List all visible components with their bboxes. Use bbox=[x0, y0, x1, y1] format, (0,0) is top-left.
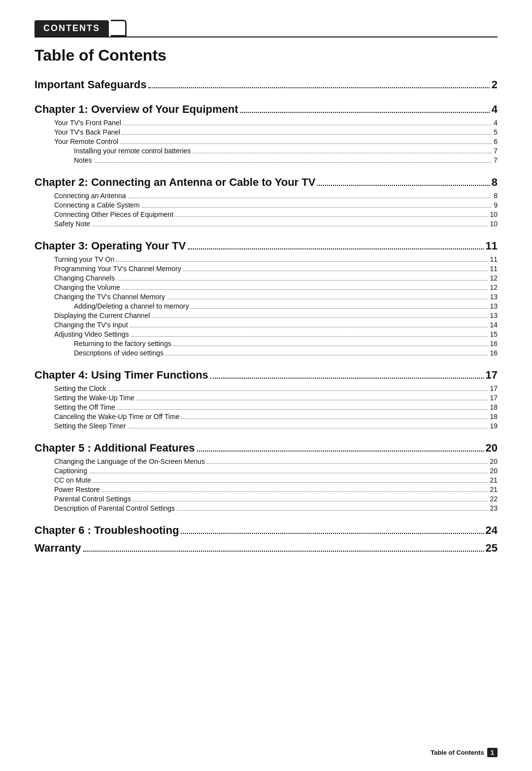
dot-leader bbox=[117, 280, 488, 280]
page-number: 17 bbox=[490, 394, 498, 402]
dot-leader bbox=[131, 336, 488, 337]
toc-container: Important Safeguards2Chapter 1: Overview… bbox=[34, 78, 498, 555]
toc-top-entry: Warranty25 bbox=[34, 542, 498, 555]
toc-top-entry: Important Safeguards2 bbox=[34, 78, 498, 91]
toc-sub-entry: Description of Parental Control Settings… bbox=[54, 504, 498, 512]
toc-subsub-entry: Installing your remote control batteries… bbox=[74, 147, 498, 155]
toc-sub-entry: Setting the Sleep Timer19 bbox=[54, 422, 498, 430]
entry-label: Descriptions of video settings bbox=[74, 349, 164, 357]
toc-chapter-heading: Chapter 1: Overview of Your Equipment4 bbox=[34, 103, 498, 116]
dot-leader bbox=[210, 378, 484, 379]
contents-tab-shape bbox=[111, 20, 127, 36]
toc-sub-entry: Canceling the Wake-Up Time or Off Time18 bbox=[54, 413, 498, 421]
page-number: 20 bbox=[486, 442, 498, 455]
toc-sub-entry: Turning your TV On11 bbox=[54, 255, 498, 263]
entry-label: Changing the TV's Input bbox=[54, 321, 128, 329]
page-number: 21 bbox=[490, 486, 498, 493]
page-number: 10 bbox=[490, 210, 498, 218]
page-number: 18 bbox=[490, 413, 498, 421]
toc-sub-entry: Changing the Volume12 bbox=[54, 283, 498, 291]
page-number: 16 bbox=[490, 349, 498, 357]
page-number: 11 bbox=[486, 240, 498, 252]
page-number: 20 bbox=[490, 467, 498, 475]
toc-chapter-heading: Chapter 6 : Troubleshooting24 bbox=[34, 524, 498, 537]
dot-leader bbox=[191, 308, 488, 309]
entry-label: Parental Control Settings bbox=[54, 495, 131, 503]
page-number: 2 bbox=[492, 78, 498, 91]
dot-leader bbox=[167, 299, 488, 299]
dot-leader bbox=[108, 390, 488, 391]
toc-chapter-heading: Chapter 5 : Additional Features20 bbox=[34, 442, 498, 455]
toc-sub-entry: Captioning20 bbox=[54, 467, 498, 475]
entry-label: Connecting a Cable System bbox=[54, 201, 140, 209]
dot-leader bbox=[122, 134, 492, 135]
toc-chapter-heading: Chapter 4: Using Timer Functions17 bbox=[34, 369, 498, 382]
page-number: 13 bbox=[490, 312, 498, 319]
dot-leader bbox=[183, 271, 488, 271]
chapter-label: Chapter 2: Connecting an Antenna or Cabl… bbox=[34, 176, 315, 189]
entry-label: Displaying the Current Channel bbox=[54, 312, 150, 319]
toc-chapter-heading: Chapter 2: Connecting an Antenna or Cabl… bbox=[34, 176, 498, 189]
page-number: 25 bbox=[486, 542, 498, 555]
page-number: 21 bbox=[490, 476, 498, 484]
footer-label: Table of Contents bbox=[431, 749, 484, 756]
page-number: 17 bbox=[486, 369, 498, 382]
entry-label: Adding/Deleting a channel to memory bbox=[74, 302, 189, 310]
entry-label: Your TV's Back Panel bbox=[54, 128, 120, 136]
toc-chapter-heading: Chapter 3: Operating Your TV11 bbox=[34, 240, 498, 252]
toc-sub-entry: Parental Control Settings22 bbox=[54, 495, 498, 503]
entry-label: Captioning bbox=[54, 467, 87, 475]
entry-label: Setting the Wake-Up Time bbox=[54, 394, 134, 402]
toc-sub-entry: Changing the TV's Channel Memory13 bbox=[54, 293, 498, 301]
page-number: 13 bbox=[490, 293, 498, 301]
entry-label: Description of Parental Control Settings bbox=[54, 504, 175, 512]
entry-label: Setting the Clock bbox=[54, 385, 106, 392]
page-number: 13 bbox=[490, 302, 498, 310]
page-number: 17 bbox=[490, 385, 498, 392]
dot-leader bbox=[92, 226, 488, 226]
dot-leader bbox=[122, 289, 488, 290]
page-number: 22 bbox=[490, 495, 498, 503]
entry-label: Changing Channels bbox=[54, 274, 115, 282]
page-number: 9 bbox=[494, 201, 498, 209]
toc-sub-entry: Your Remote Control6 bbox=[54, 138, 498, 145]
page-number: 11 bbox=[490, 255, 498, 263]
dot-leader bbox=[136, 400, 488, 400]
page-number: 8 bbox=[494, 192, 498, 200]
page-number: 4 bbox=[492, 103, 498, 116]
dot-leader bbox=[94, 162, 492, 163]
dot-leader bbox=[197, 451, 484, 452]
page-number: 14 bbox=[490, 321, 498, 329]
toc-sub-entry: Changing the TV's Input14 bbox=[54, 321, 498, 329]
entry-label: Important Safeguards bbox=[34, 78, 146, 91]
dot-leader bbox=[123, 125, 492, 125]
page-number: 6 bbox=[494, 138, 498, 145]
chapter-label: Chapter 1: Overview of Your Equipment bbox=[34, 103, 238, 116]
dot-leader bbox=[142, 207, 492, 208]
dot-leader bbox=[193, 153, 492, 153]
entry-label: Setting the Sleep Timer bbox=[54, 422, 126, 430]
dot-leader bbox=[120, 143, 492, 144]
dot-leader bbox=[130, 327, 488, 327]
toc-sub-entry: Setting the Off Time18 bbox=[54, 403, 498, 411]
dot-leader bbox=[128, 428, 488, 428]
dot-leader bbox=[89, 473, 488, 473]
entry-label: Safety Note bbox=[54, 220, 90, 228]
header-divider bbox=[34, 36, 498, 37]
dot-leader bbox=[181, 533, 483, 534]
contents-tab-label: CONTENTS bbox=[43, 23, 100, 34]
dot-leader bbox=[102, 491, 488, 492]
page-number: 24 bbox=[486, 524, 498, 537]
dot-leader bbox=[133, 501, 488, 501]
page-number: 12 bbox=[490, 283, 498, 291]
entry-label: Your TV's Front Panel bbox=[54, 119, 121, 127]
dot-leader bbox=[116, 261, 488, 262]
toc-sub-entry: Safety Note10 bbox=[54, 220, 498, 228]
toc-subsub-entry: Returning to the factory settings16 bbox=[74, 340, 498, 348]
page-number: 5 bbox=[494, 128, 498, 136]
toc-subsub-entry: Notes7 bbox=[74, 156, 498, 164]
dot-leader bbox=[181, 419, 488, 419]
toc-sub-entry: Your TV's Back Panel5 bbox=[54, 128, 498, 136]
entry-label: Changing the Language of the On-Screen M… bbox=[54, 457, 205, 465]
toc-sub-entry: Programming Your TV's Channel Memory11 bbox=[54, 265, 498, 273]
